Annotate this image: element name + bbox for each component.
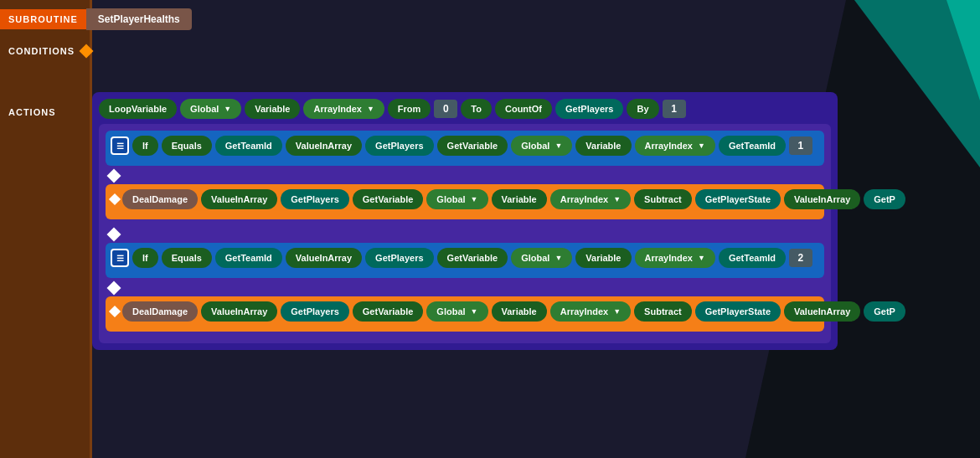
diamond-row-2 xyxy=(109,229,824,239)
deal-row-2: DealDamage ValueInArray GetPlayers GetVa… xyxy=(111,301,819,322)
actions-label: ACTIONS xyxy=(8,107,56,117)
if-icon-1[interactable]: ☰ xyxy=(111,136,129,155)
if-icon-2[interactable]: ☰ xyxy=(111,249,129,267)
left-diamond-1 xyxy=(107,169,121,183)
variable-pill-loop: Variable xyxy=(245,99,300,119)
loop-row: LoopVariable Global ▼ Variable ArrayInde… xyxy=(99,99,831,119)
val-in-array-d1: ValueInArray xyxy=(201,189,277,209)
loop-variable-pill[interactable]: LoopVariable xyxy=(99,99,177,119)
if-label-1[interactable]: If xyxy=(132,136,158,156)
to-pill: To xyxy=(461,99,492,119)
get-variable-d1: GetVariable xyxy=(353,189,424,209)
get-player-state-d2[interactable]: GetPlayerState xyxy=(695,301,781,322)
main-content: LoopVariable Global ▼ Variable ArrayInde… xyxy=(92,92,838,441)
val-in-array-d2: ValueInArray xyxy=(201,301,277,322)
subroutine-name: SetPlayerHealths xyxy=(86,8,192,30)
by-value[interactable]: 1 xyxy=(663,100,686,118)
conditions-label: CONDITIONS xyxy=(8,46,75,56)
left-diamond-3 xyxy=(107,281,121,296)
get-variable-2: GetVariable xyxy=(437,248,508,268)
get-player-state-d1[interactable]: GetPlayerState xyxy=(695,189,781,209)
get-players-d2[interactable]: GetPlayers xyxy=(281,301,348,322)
get-players-if-1[interactable]: GetPlayers xyxy=(365,136,433,156)
from-pill: From xyxy=(388,99,431,119)
if-container-1: ☰ If Equals GetTeamId ValueInArray GetPl… xyxy=(106,131,824,166)
array-index-d1[interactable]: ArrayIndex ▼ xyxy=(550,189,631,209)
array-index-arrow-loop: ▼ xyxy=(367,105,374,113)
deal-diamond-1 xyxy=(109,193,121,205)
variable-if-2: Variable xyxy=(575,248,631,268)
if-row-2: ☰ If Equals GetTeamId ValueInArray GetPl… xyxy=(111,248,819,268)
diamond-row-1 xyxy=(109,171,824,181)
diamond-row-3 xyxy=(109,283,824,293)
array-index-if-2[interactable]: ArrayIndex ▼ xyxy=(635,248,715,268)
subroutine-bar: SUBROUTINE SetPlayerHealths xyxy=(0,8,192,30)
value-in-array-1: ValueInArray xyxy=(286,136,362,156)
global-pill-loop[interactable]: Global ▼ xyxy=(180,99,241,119)
inner-purple-container: ☰ If Equals GetTeamId ValueInArray GetPl… xyxy=(99,124,831,343)
val-in-array2-d1: ValueInArray xyxy=(784,189,860,209)
global-d2[interactable]: Global ▼ xyxy=(426,301,487,322)
subroutine-label: SUBROUTINE xyxy=(0,9,86,29)
outer-loop-wrapper: LoopVariable Global ▼ Variable ArrayInde… xyxy=(92,92,838,350)
get-players-pill-loop[interactable]: GetPlayers xyxy=(555,99,623,119)
by-pill: By xyxy=(627,99,658,119)
left-diamond-2 xyxy=(107,228,121,242)
variable-if-1: Variable xyxy=(575,136,631,156)
global-d1[interactable]: Global ▼ xyxy=(426,189,487,209)
array-index-if-1[interactable]: ArrayIndex ▼ xyxy=(635,136,715,156)
deal-row-1: DealDamage ValueInArray GetPlayers GetVa… xyxy=(111,189,819,209)
subtract-d1: Subtract xyxy=(634,189,692,209)
get-team-id-2[interactable]: GetTeamId xyxy=(215,248,282,268)
variable-d1: Variable xyxy=(492,189,547,209)
val-in-array2-d2: ValueInArray xyxy=(784,301,860,322)
get-variable-1: GetVariable xyxy=(437,136,508,156)
sidebar xyxy=(0,0,92,458)
get-team-id-1[interactable]: GetTeamId xyxy=(215,136,282,156)
get-p-d1[interactable]: GetP xyxy=(864,189,905,209)
global-if-2[interactable]: Global ▼ xyxy=(511,248,572,268)
deal-damage-2[interactable]: DealDamage xyxy=(122,301,198,322)
count-of-pill: CountOf xyxy=(495,99,552,119)
get-players-if-2[interactable]: GetPlayers xyxy=(365,248,433,268)
deal-diamond-2 xyxy=(109,306,121,317)
deal-container-1: DealDamage ValueInArray GetPlayers GetVa… xyxy=(106,184,824,219)
value-in-array-2: ValueInArray xyxy=(286,248,362,268)
equals-1: Equals xyxy=(162,136,212,156)
if-label-2[interactable]: If xyxy=(132,248,158,268)
get-p-d2[interactable]: GetP xyxy=(864,301,905,322)
array-index-pill-loop[interactable]: ArrayIndex ▼ xyxy=(303,99,384,119)
if-row-1: ☰ If Equals GetTeamId ValueInArray GetPl… xyxy=(111,136,819,156)
global-dropdown-arrow: ▼ xyxy=(224,105,231,113)
global-if-1[interactable]: Global ▼ xyxy=(511,136,572,156)
array-index-d2[interactable]: ArrayIndex ▼ xyxy=(550,301,631,322)
from-value[interactable]: 0 xyxy=(434,100,457,118)
get-team-id2-1[interactable]: GetTeamId xyxy=(719,136,786,156)
deal-container-2: DealDamage ValueInArray GetPlayers GetVa… xyxy=(106,296,824,332)
deal-damage-1[interactable]: DealDamage xyxy=(122,189,198,209)
conditions-diamond xyxy=(80,44,94,59)
subtract-d2: Subtract xyxy=(634,301,692,322)
get-players-d1[interactable]: GetPlayers xyxy=(281,189,348,209)
equals-2: Equals xyxy=(162,248,212,268)
get-variable-d2: GetVariable xyxy=(353,301,424,322)
if-container-2: ☰ If Equals GetTeamId ValueInArray GetPl… xyxy=(106,243,824,278)
if-value-2[interactable]: 2 xyxy=(789,249,812,267)
variable-d2: Variable xyxy=(492,301,547,322)
conditions-bar: CONDITIONS xyxy=(0,46,91,56)
if-value-1[interactable]: 1 xyxy=(789,136,812,155)
get-team-id2-2[interactable]: GetTeamId xyxy=(719,248,786,268)
